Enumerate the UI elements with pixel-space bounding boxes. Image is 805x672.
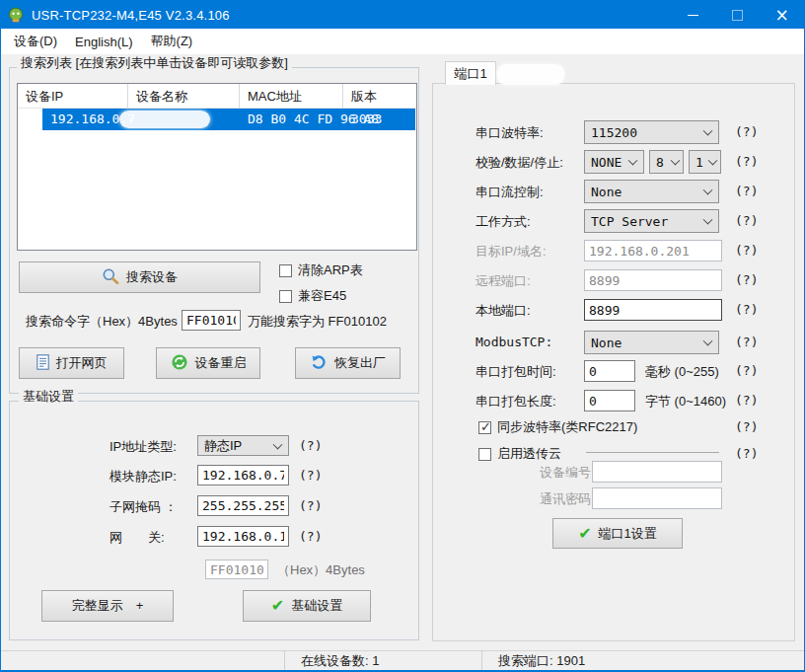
- col-version[interactable]: 版本: [343, 84, 412, 108]
- chevron-down-icon: [671, 156, 681, 166]
- search-group-title: 搜索列表 [在搜索列表中单击设备即可读取参数]: [17, 55, 292, 72]
- cloud-checkbox[interactable]: [478, 448, 491, 461]
- chevron-down-icon: [708, 156, 718, 166]
- static-ip-help: (?): [299, 468, 322, 483]
- workmode-select[interactable]: TCP Server: [584, 209, 719, 233]
- gateway-input[interactable]: [197, 526, 289, 547]
- compat-e45-checkbox-row[interactable]: 兼容E45: [279, 287, 346, 305]
- tab-redaction: [497, 64, 564, 85]
- minimize-button[interactable]: [671, 1, 715, 29]
- chevron-down-icon: [273, 439, 283, 449]
- packlen-label: 串口打包长度:: [476, 393, 556, 411]
- tab-port1[interactable]: 端口1: [445, 61, 496, 85]
- sync-baud-checkbox-row[interactable]: 同步波特率(类RFC2217): [478, 418, 637, 436]
- target-ip-help: (?): [735, 243, 758, 258]
- static-ip-input[interactable]: [197, 465, 289, 485]
- compat-e45-checkbox[interactable]: [279, 290, 292, 303]
- col-device-name[interactable]: 设备名称: [128, 84, 240, 108]
- baud-select[interactable]: 115200: [584, 120, 719, 144]
- modbus-select[interactable]: None: [584, 331, 719, 354]
- search-cmd-label: 搜索命令字（Hex）4Bytes: [26, 313, 178, 331]
- workmode-label: 工作方式:: [476, 213, 531, 231]
- packtime-help: (?): [735, 363, 758, 378]
- flow-select[interactable]: None: [584, 180, 719, 203]
- factory-reset-icon: [310, 353, 328, 374]
- chevron-down-icon: [703, 336, 713, 346]
- search-devices-button[interactable]: 搜索设备: [19, 261, 260, 293]
- statusbar-segment-empty: [1, 651, 285, 670]
- comm-password-input: [592, 487, 722, 509]
- factory-reset-button[interactable]: 恢复出厂: [295, 347, 401, 379]
- main-area: 搜索列表 [在搜索列表中单击设备即可读取参数] 设备IP 设备名称 MAC地址 …: [1, 55, 804, 650]
- cloud-checkbox-row[interactable]: 启用透传云: [478, 445, 561, 463]
- menu-help[interactable]: 帮助(Z): [142, 31, 202, 52]
- sync-baud-checkbox[interactable]: [478, 421, 491, 434]
- device-list-header: 设备IP 设备名称 MAC地址 版本: [18, 84, 416, 109]
- full-display-button[interactable]: 完整显示 +: [41, 590, 174, 622]
- col-device-ip[interactable]: 设备IP: [18, 84, 128, 108]
- close-button[interactable]: ×: [760, 1, 804, 29]
- app-icon: [8, 7, 24, 23]
- packlen-input[interactable]: [584, 390, 635, 411]
- remote-port-help: (?): [735, 272, 758, 287]
- basic-group-title: 基础设置: [19, 388, 78, 406]
- chevron-down-icon: [703, 126, 713, 136]
- sync-baud-help: (?): [735, 419, 758, 434]
- parity-help: (?): [735, 154, 758, 169]
- search-port-status: 搜索端口: 1901: [482, 651, 804, 670]
- parity-select[interactable]: NONE: [584, 150, 644, 174]
- local-port-help: (?): [735, 302, 758, 317]
- stopbits-select[interactable]: 1: [689, 150, 721, 174]
- chevron-down-icon: [628, 156, 638, 166]
- device-row-selected[interactable]: 192.168.0.7 D8 B0 4C FD 96 A8 3033: [42, 109, 415, 130]
- online-device-count: 在线设备数: 1: [285, 651, 482, 670]
- device-version: 3033: [351, 112, 382, 126]
- cloud-divider: [586, 452, 719, 453]
- ip-type-select[interactable]: 静态IP: [197, 435, 289, 456]
- databits-select[interactable]: 8: [649, 150, 684, 174]
- cloud-help: (?): [735, 446, 758, 461]
- port1-page: 串口波特率: 115200 (?) 校验/数据/停止: NONE 8 1: [432, 83, 795, 641]
- menubar: 设备(D) English(L) 帮助(Z): [1, 29, 804, 55]
- clear-arp-checkbox[interactable]: [279, 264, 292, 277]
- device-id-input: [592, 461, 722, 483]
- open-webpage-button[interactable]: 打开网页: [19, 347, 124, 379]
- gateway-label: 网 关:: [110, 529, 165, 547]
- basic-apply-button[interactable]: ✔ 基础设置: [243, 590, 371, 622]
- flow-label: 串口流控制:: [476, 184, 544, 201]
- flow-help: (?): [735, 184, 758, 198]
- remote-port-label: 远程端口:: [476, 272, 531, 290]
- menu-english[interactable]: English(L): [66, 31, 142, 52]
- target-ip-label: 目标IP/域名:: [476, 243, 547, 261]
- local-port-label: 本地端口:: [476, 302, 531, 320]
- clear-arp-checkbox-row[interactable]: 清除ARP表: [279, 261, 363, 279]
- device-restart-button[interactable]: 设备重启: [156, 347, 260, 379]
- hex-cmd-suffix: （Hex）4Bytes: [277, 561, 365, 579]
- app-window: USR-TCP232-M4,E45 V2.3.4.106 × 设备(D) Eng…: [0, 0, 805, 672]
- baud-help: (?): [735, 124, 758, 139]
- device-list[interactable]: 设备IP 设备名称 MAC地址 版本 192.168.0.7 D8 B0 4C …: [17, 83, 417, 251]
- baud-label: 串口波特率:: [476, 124, 544, 142]
- col-mac[interactable]: MAC地址: [240, 84, 343, 108]
- packtime-input[interactable]: [584, 360, 635, 382]
- statusbar: 在线设备数: 1 搜索端口: 1901: [1, 650, 804, 670]
- local-port-input[interactable]: [584, 299, 722, 321]
- search-icon: [102, 267, 119, 288]
- remote-port-input: [584, 269, 722, 291]
- device-name-redaction: [119, 111, 210, 128]
- menu-device[interactable]: 设备(D): [5, 31, 66, 52]
- maximize-icon: [732, 10, 743, 21]
- device-id-label: 设备编号: [540, 464, 591, 482]
- port1-apply-button[interactable]: ✔ 端口1设置: [552, 518, 683, 549]
- chevron-down-icon: [703, 186, 713, 195]
- packtime-unit: 毫秒 (0~255): [645, 363, 719, 381]
- restart-icon: [171, 353, 188, 374]
- maximize-button[interactable]: [715, 1, 760, 29]
- static-ip-label: 模块静态IP:: [110, 468, 177, 485]
- subnet-mask-help: (?): [299, 498, 322, 513]
- minimize-icon: [688, 15, 698, 16]
- search-cmd-input[interactable]: [182, 310, 241, 331]
- target-ip-input: [584, 240, 722, 261]
- subnet-mask-input[interactable]: [197, 495, 289, 516]
- window-title: USR-TCP232-M4,E45 V2.3.4.106: [32, 8, 230, 23]
